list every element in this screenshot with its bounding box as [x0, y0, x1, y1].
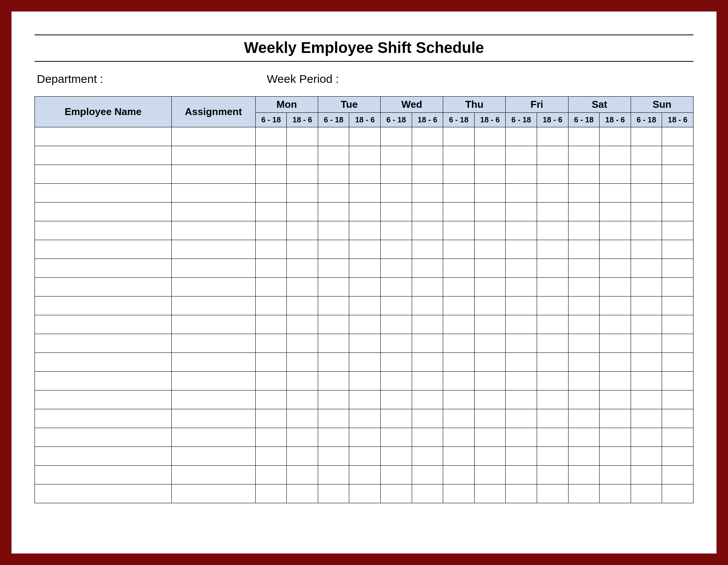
- cell-shift[interactable]: [474, 297, 506, 315]
- cell-shift[interactable]: [287, 334, 318, 353]
- cell-shift[interactable]: [349, 428, 381, 447]
- cell-shift[interactable]: [318, 184, 349, 203]
- cell-assignment[interactable]: [171, 334, 255, 353]
- cell-shift[interactable]: [600, 240, 631, 259]
- cell-assignment[interactable]: [171, 278, 255, 297]
- cell-shift[interactable]: [381, 165, 412, 184]
- cell-shift[interactable]: [318, 278, 349, 297]
- cell-shift[interactable]: [568, 278, 600, 297]
- cell-shift[interactable]: [474, 240, 506, 259]
- cell-shift[interactable]: [318, 334, 349, 353]
- cell-assignment[interactable]: [171, 428, 255, 447]
- cell-shift[interactable]: [537, 447, 568, 466]
- cell-shift[interactable]: [631, 409, 662, 428]
- cell-shift[interactable]: [474, 221, 506, 240]
- cell-shift[interactable]: [662, 484, 693, 503]
- cell-shift[interactable]: [662, 334, 693, 353]
- cell-shift[interactable]: [381, 278, 412, 297]
- cell-shift[interactable]: [662, 297, 693, 315]
- cell-shift[interactable]: [381, 297, 412, 315]
- cell-shift[interactable]: [631, 203, 662, 221]
- cell-assignment[interactable]: [171, 372, 255, 390]
- cell-shift[interactable]: [662, 184, 693, 203]
- cell-shift[interactable]: [381, 484, 412, 503]
- cell-shift[interactable]: [443, 390, 475, 409]
- cell-shift[interactable]: [537, 127, 568, 146]
- cell-shift[interactable]: [349, 447, 381, 466]
- cell-shift[interactable]: [506, 409, 537, 428]
- cell-shift[interactable]: [600, 297, 631, 315]
- cell-shift[interactable]: [600, 353, 631, 372]
- cell-shift[interactable]: [443, 428, 475, 447]
- cell-employee-name[interactable]: [35, 353, 172, 372]
- cell-shift[interactable]: [255, 353, 287, 372]
- cell-shift[interactable]: [537, 428, 568, 447]
- cell-shift[interactable]: [287, 353, 318, 372]
- cell-shift[interactable]: [662, 203, 693, 221]
- cell-shift[interactable]: [568, 372, 600, 390]
- cell-shift[interactable]: [349, 409, 381, 428]
- cell-shift[interactable]: [287, 240, 318, 259]
- cell-shift[interactable]: [537, 297, 568, 315]
- cell-shift[interactable]: [443, 278, 475, 297]
- cell-shift[interactable]: [412, 466, 443, 484]
- cell-shift[interactable]: [662, 372, 693, 390]
- cell-shift[interactable]: [474, 165, 506, 184]
- cell-shift[interactable]: [537, 259, 568, 278]
- cell-shift[interactable]: [506, 203, 537, 221]
- cell-shift[interactable]: [506, 353, 537, 372]
- cell-shift[interactable]: [255, 127, 287, 146]
- cell-shift[interactable]: [318, 484, 349, 503]
- cell-shift[interactable]: [662, 390, 693, 409]
- cell-shift[interactable]: [381, 146, 412, 165]
- cell-shift[interactable]: [412, 184, 443, 203]
- cell-assignment[interactable]: [171, 297, 255, 315]
- cell-shift[interactable]: [412, 334, 443, 353]
- cell-shift[interactable]: [412, 165, 443, 184]
- cell-shift[interactable]: [412, 278, 443, 297]
- cell-shift[interactable]: [568, 334, 600, 353]
- cell-shift[interactable]: [631, 315, 662, 334]
- cell-shift[interactable]: [506, 146, 537, 165]
- cell-shift[interactable]: [506, 372, 537, 390]
- cell-shift[interactable]: [287, 259, 318, 278]
- cell-shift[interactable]: [381, 259, 412, 278]
- cell-assignment[interactable]: [171, 146, 255, 165]
- cell-shift[interactable]: [506, 240, 537, 259]
- cell-shift[interactable]: [381, 428, 412, 447]
- cell-shift[interactable]: [600, 372, 631, 390]
- cell-assignment[interactable]: [171, 484, 255, 503]
- cell-shift[interactable]: [506, 184, 537, 203]
- cell-shift[interactable]: [255, 409, 287, 428]
- cell-shift[interactable]: [662, 428, 693, 447]
- cell-shift[interactable]: [537, 390, 568, 409]
- cell-shift[interactable]: [537, 409, 568, 428]
- cell-shift[interactable]: [506, 484, 537, 503]
- cell-shift[interactable]: [349, 165, 381, 184]
- cell-shift[interactable]: [568, 466, 600, 484]
- cell-shift[interactable]: [537, 278, 568, 297]
- cell-shift[interactable]: [600, 146, 631, 165]
- cell-shift[interactable]: [537, 184, 568, 203]
- cell-assignment[interactable]: [171, 240, 255, 259]
- cell-shift[interactable]: [631, 466, 662, 484]
- cell-shift[interactable]: [349, 221, 381, 240]
- cell-shift[interactable]: [412, 240, 443, 259]
- cell-shift[interactable]: [287, 184, 318, 203]
- cell-shift[interactable]: [568, 203, 600, 221]
- cell-shift[interactable]: [506, 127, 537, 146]
- cell-shift[interactable]: [443, 447, 475, 466]
- cell-shift[interactable]: [349, 297, 381, 315]
- cell-shift[interactable]: [381, 372, 412, 390]
- cell-shift[interactable]: [443, 184, 475, 203]
- cell-shift[interactable]: [287, 146, 318, 165]
- cell-shift[interactable]: [318, 297, 349, 315]
- cell-employee-name[interactable]: [35, 203, 172, 221]
- cell-shift[interactable]: [412, 484, 443, 503]
- cell-shift[interactable]: [318, 165, 349, 184]
- cell-assignment[interactable]: [171, 221, 255, 240]
- cell-shift[interactable]: [443, 297, 475, 315]
- cell-employee-name[interactable]: [35, 372, 172, 390]
- cell-shift[interactable]: [474, 484, 506, 503]
- cell-shift[interactable]: [537, 146, 568, 165]
